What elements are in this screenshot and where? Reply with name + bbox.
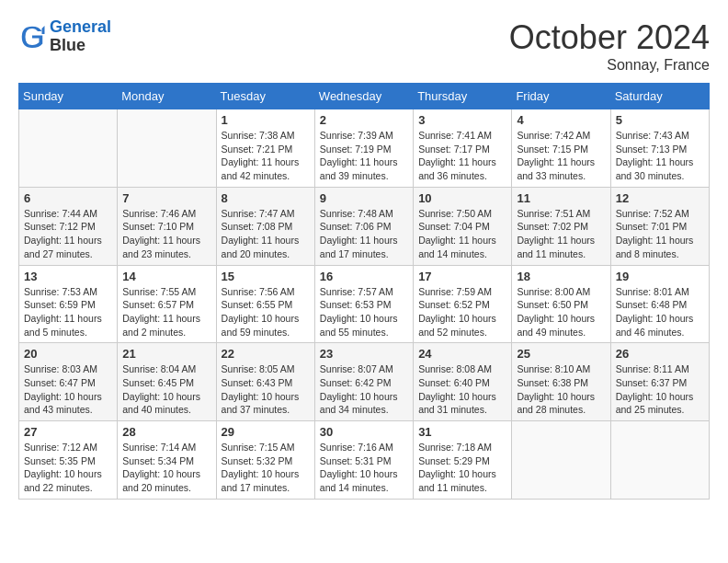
calendar-cell: 20Sunrise: 8:03 AMSunset: 6:47 PMDayligh… (19, 343, 118, 421)
day-number: 23 (320, 347, 408, 361)
calendar-cell: 30Sunrise: 7:16 AMSunset: 5:31 PMDayligh… (314, 421, 413, 500)
day-number: 24 (418, 347, 506, 361)
calendar-cell: 29Sunrise: 7:15 AMSunset: 5:32 PMDayligh… (216, 421, 314, 500)
calendar-cell: 23Sunrise: 8:07 AMSunset: 6:42 PMDayligh… (314, 343, 413, 421)
day-of-week-header: Monday (118, 84, 216, 109)
day-info: Sunrise: 7:44 AMSunset: 7:12 PMDaylight:… (24, 207, 112, 261)
day-info: Sunrise: 8:11 AMSunset: 6:37 PMDaylight:… (616, 362, 704, 417)
day-number: 6 (24, 191, 112, 205)
day-number: 11 (517, 191, 605, 205)
day-info: Sunrise: 8:01 AMSunset: 6:48 PMDaylight:… (616, 285, 704, 339)
calendar-cell: 11Sunrise: 7:51 AMSunset: 7:02 PMDayligh… (512, 187, 610, 265)
logo-icon (18, 23, 46, 51)
day-info: Sunrise: 8:07 AMSunset: 6:42 PMDaylight:… (320, 362, 408, 417)
day-number: 25 (517, 347, 605, 361)
calendar-cell: 17Sunrise: 7:59 AMSunset: 6:52 PMDayligh… (414, 265, 512, 343)
day-number: 20 (24, 347, 112, 361)
calendar-cell (512, 421, 610, 500)
calendar-cell (118, 109, 216, 188)
day-info: Sunrise: 7:39 AMSunset: 7:19 PMDaylight:… (320, 129, 408, 183)
day-number: 19 (616, 270, 704, 283)
day-info: Sunrise: 8:00 AMSunset: 6:50 PMDaylight:… (517, 285, 605, 339)
day-number: 2 (320, 113, 408, 127)
day-info: Sunrise: 8:05 AMSunset: 6:43 PMDaylight:… (222, 362, 310, 417)
calendar-cell: 25Sunrise: 8:10 AMSunset: 6:38 PMDayligh… (512, 343, 610, 421)
day-info: Sunrise: 7:51 AMSunset: 7:02 PMDaylight:… (517, 207, 605, 261)
day-of-week-header: Wednesday (314, 84, 413, 109)
calendar-cell: 24Sunrise: 8:08 AMSunset: 6:40 PMDayligh… (414, 343, 512, 421)
day-info: Sunrise: 7:57 AMSunset: 6:53 PMDaylight:… (320, 285, 408, 339)
calendar-cell: 1Sunrise: 7:38 AMSunset: 7:21 PMDaylight… (216, 109, 314, 188)
calendar-cell: 8Sunrise: 7:47 AMSunset: 7:08 PMDaylight… (216, 187, 314, 265)
calendar-table: SundayMondayTuesdayWednesdayThursdayFrid… (18, 83, 710, 500)
day-number: 22 (222, 347, 310, 361)
calendar-cell: 28Sunrise: 7:14 AMSunset: 5:34 PMDayligh… (118, 421, 216, 500)
day-info: Sunrise: 7:41 AMSunset: 7:17 PMDaylight:… (418, 129, 506, 183)
day-info: Sunrise: 7:52 AMSunset: 7:01 PMDaylight:… (616, 207, 704, 261)
day-info: Sunrise: 7:42 AMSunset: 7:15 PMDaylight:… (517, 129, 605, 183)
day-number: 21 (122, 347, 210, 361)
day-number: 15 (222, 270, 310, 283)
day-number: 10 (418, 191, 506, 205)
day-number: 4 (517, 113, 605, 127)
calendar-cell (19, 109, 118, 188)
month-title: October 2024 (509, 18, 710, 57)
calendar-cell: 12Sunrise: 7:52 AMSunset: 7:01 PMDayligh… (610, 187, 709, 265)
calendar-cell: 2Sunrise: 7:39 AMSunset: 7:19 PMDaylight… (314, 109, 413, 188)
day-number: 16 (320, 270, 408, 283)
day-number: 3 (418, 113, 506, 127)
day-number: 12 (616, 191, 704, 205)
day-number: 1 (222, 113, 310, 127)
day-info: Sunrise: 7:48 AMSunset: 7:06 PMDaylight:… (320, 207, 408, 261)
calendar-cell: 19Sunrise: 8:01 AMSunset: 6:48 PMDayligh… (610, 265, 709, 343)
logo-text: General Blue (50, 18, 111, 55)
day-info: Sunrise: 7:53 AMSunset: 6:59 PMDaylight:… (24, 285, 112, 339)
day-of-week-header: Sunday (19, 84, 118, 109)
day-number: 28 (122, 425, 210, 439)
day-info: Sunrise: 7:14 AMSunset: 5:34 PMDaylight:… (122, 441, 210, 495)
calendar-cell: 5Sunrise: 7:43 AMSunset: 7:13 PMDaylight… (610, 109, 709, 188)
day-info: Sunrise: 7:46 AMSunset: 7:10 PMDaylight:… (122, 207, 210, 261)
day-number: 31 (418, 425, 506, 439)
calendar-cell: 7Sunrise: 7:46 AMSunset: 7:10 PMDaylight… (118, 187, 216, 265)
calendar-cell: 16Sunrise: 7:57 AMSunset: 6:53 PMDayligh… (314, 265, 413, 343)
day-number: 7 (122, 191, 210, 205)
calendar-cell: 18Sunrise: 8:00 AMSunset: 6:50 PMDayligh… (512, 265, 610, 343)
day-info: Sunrise: 7:55 AMSunset: 6:57 PMDaylight:… (122, 285, 210, 339)
calendar-cell: 3Sunrise: 7:41 AMSunset: 7:17 PMDaylight… (414, 109, 512, 188)
calendar-cell: 10Sunrise: 7:50 AMSunset: 7:04 PMDayligh… (414, 187, 512, 265)
day-info: Sunrise: 8:04 AMSunset: 6:45 PMDaylight:… (122, 362, 210, 417)
day-of-week-header: Saturday (610, 84, 709, 109)
day-info: Sunrise: 7:18 AMSunset: 5:29 PMDaylight:… (418, 441, 506, 495)
day-info: Sunrise: 8:03 AMSunset: 6:47 PMDaylight:… (24, 362, 112, 417)
day-info: Sunrise: 7:12 AMSunset: 5:35 PMDaylight:… (24, 441, 112, 495)
day-number: 8 (222, 191, 310, 205)
day-number: 5 (616, 113, 704, 127)
calendar-cell: 6Sunrise: 7:44 AMSunset: 7:12 PMDaylight… (19, 187, 118, 265)
calendar-cell: 13Sunrise: 7:53 AMSunset: 6:59 PMDayligh… (19, 265, 118, 343)
calendar-cell: 9Sunrise: 7:48 AMSunset: 7:06 PMDaylight… (314, 187, 413, 265)
title-section: October 2024 Sonnay, France (509, 18, 710, 74)
calendar-week-row: 13Sunrise: 7:53 AMSunset: 6:59 PMDayligh… (19, 265, 710, 343)
day-info: Sunrise: 7:56 AMSunset: 6:55 PMDaylight:… (222, 285, 310, 339)
page-header: General Blue October 2024 Sonnay, France (18, 18, 710, 74)
day-number: 13 (24, 270, 112, 283)
calendar-cell: 14Sunrise: 7:55 AMSunset: 6:57 PMDayligh… (118, 265, 216, 343)
day-info: Sunrise: 7:15 AMSunset: 5:32 PMDaylight:… (222, 441, 310, 495)
day-info: Sunrise: 8:10 AMSunset: 6:38 PMDaylight:… (517, 362, 605, 417)
day-number: 9 (320, 191, 408, 205)
day-info: Sunrise: 7:47 AMSunset: 7:08 PMDaylight:… (222, 207, 310, 261)
calendar-cell: 21Sunrise: 8:04 AMSunset: 6:45 PMDayligh… (118, 343, 216, 421)
day-number: 27 (24, 425, 112, 439)
day-info: Sunrise: 7:16 AMSunset: 5:31 PMDaylight:… (320, 441, 408, 495)
day-number: 29 (222, 425, 310, 439)
logo: General Blue (18, 18, 111, 55)
calendar-cell: 27Sunrise: 7:12 AMSunset: 5:35 PMDayligh… (19, 421, 118, 500)
calendar-week-row: 27Sunrise: 7:12 AMSunset: 5:35 PMDayligh… (19, 421, 710, 500)
day-info: Sunrise: 7:43 AMSunset: 7:13 PMDaylight:… (616, 129, 704, 183)
calendar-week-row: 1Sunrise: 7:38 AMSunset: 7:21 PMDaylight… (19, 109, 710, 188)
calendar-week-row: 6Sunrise: 7:44 AMSunset: 7:12 PMDaylight… (19, 187, 710, 265)
calendar-cell: 22Sunrise: 8:05 AMSunset: 6:43 PMDayligh… (216, 343, 314, 421)
calendar-header-row: SundayMondayTuesdayWednesdayThursdayFrid… (19, 84, 710, 109)
location-subtitle: Sonnay, France (509, 57, 710, 74)
